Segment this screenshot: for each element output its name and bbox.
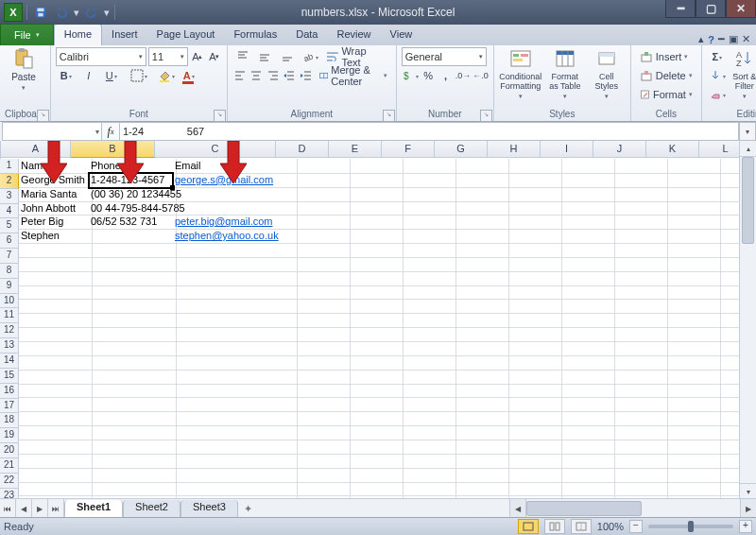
save-icon[interactable] [31,3,50,22]
cell[interactable] [347,355,404,371]
cell[interactable] [506,370,562,385]
cell[interactable] [506,355,562,371]
scroll-left-icon[interactable]: ◀ [510,499,526,518]
font-color-button[interactable]: A [179,66,199,85]
cell[interactable] [400,173,456,188]
cell[interactable]: Stephen [19,229,93,244]
align-middle-icon[interactable] [255,47,276,66]
cell[interactable] [664,285,721,301]
scroll-thumb[interactable] [526,501,642,516]
cell[interactable] [400,285,456,301]
row-header[interactable]: 16 [0,384,19,399]
cell[interactable] [89,229,177,244]
first-sheet-icon[interactable]: ⏮ [0,499,16,518]
cell[interactable] [347,468,404,483]
row-header[interactable]: 5 [0,218,19,233]
cell[interactable] [19,411,93,426]
qat-customize-caret[interactable]: ▾ [103,3,111,22]
cell[interactable]: george.s@gmail.com [173,173,298,188]
column-header[interactable]: H [488,141,541,158]
cell[interactable] [400,370,456,385]
cell[interactable] [294,397,351,412]
cell[interactable] [664,440,721,455]
cell[interactable] [506,159,562,174]
cell[interactable] [558,411,615,426]
row-header[interactable]: 20 [0,443,19,458]
scroll-down-icon[interactable]: ▾ [740,483,756,499]
cell[interactable] [611,425,668,440]
insert-cells-button[interactable]: Insert▾ [636,47,696,66]
cell[interactable] [294,454,351,469]
row-header[interactable]: 6 [0,233,19,249]
cell[interactable] [611,355,668,371]
cell[interactable] [347,187,404,202]
cell[interactable] [347,313,404,328]
cell[interactable] [453,327,509,342]
cell[interactable] [173,384,298,399]
cell[interactable] [664,425,721,440]
name-box[interactable]: ▾ [2,122,102,141]
zoom-in-icon[interactable]: + [739,520,752,533]
cell[interactable] [294,355,351,371]
minimize-button[interactable]: ━ [665,0,696,18]
launcher-icon[interactable]: ↘ [214,110,226,122]
align-right-icon[interactable] [266,66,281,85]
cell[interactable] [506,384,562,399]
borders-button[interactable] [129,66,149,85]
cell[interactable] [664,454,721,469]
cell[interactable] [558,355,615,371]
cell[interactable] [294,327,351,342]
cell[interactable]: Maria Santa [19,187,93,202]
last-sheet-icon[interactable]: ⏭ [48,499,64,518]
row-header[interactable]: 3 [0,189,19,204]
cell[interactable] [506,440,562,455]
cell[interactable] [506,229,562,244]
cell[interactable] [453,397,509,412]
cell[interactable] [347,201,404,216]
cells-area[interactable]: NamePhoneEmailGeorge Smith1-248-123-4567… [19,159,756,535]
cell[interactable] [558,187,615,202]
cell[interactable] [453,243,509,258]
cell[interactable] [664,257,721,272]
format-cells-button[interactable]: Format▾ [636,85,696,104]
cell[interactable] [558,327,615,342]
cell[interactable] [506,243,562,258]
cell[interactable] [506,468,562,483]
cell[interactable] [453,300,509,315]
cell[interactable] [506,201,562,216]
cell[interactable] [294,271,351,286]
paste-button[interactable]: Paste▾ [5,47,43,92]
cell[interactable] [347,257,404,272]
cell[interactable] [453,173,509,188]
cell[interactable] [664,201,721,216]
decrease-decimal-icon[interactable]: ←.0 [472,66,489,85]
cell[interactable] [611,313,668,328]
cell[interactable] [453,482,509,497]
cell[interactable] [400,215,456,230]
cell[interactable] [506,341,562,356]
sheet-tab[interactable]: Sheet2 [123,500,180,518]
cell[interactable] [558,425,615,440]
cell[interactable] [611,229,668,244]
font-size-combo[interactable]: 11▾ [148,47,188,66]
launcher-icon[interactable]: ↘ [37,110,49,122]
sheet-tab[interactable]: Sheet1 [64,500,123,518]
cell[interactable] [173,313,298,328]
cell[interactable] [400,341,456,356]
conditional-formatting-button[interactable]: Conditional Formatting▾ [499,47,542,100]
cell[interactable] [664,159,721,174]
column-headers[interactable]: ABCDEFGHIJKLMN [1,141,756,158]
cell[interactable] [611,187,668,202]
cell[interactable] [173,411,298,426]
cell[interactable] [294,411,351,426]
cell[interactable]: Phone [89,159,177,174]
cell[interactable] [453,370,509,385]
cell[interactable] [19,313,93,328]
cell[interactable] [558,159,615,174]
cell[interactable] [89,425,177,440]
redo-icon[interactable] [82,3,101,22]
file-tab[interactable]: File [0,24,54,45]
cell[interactable] [89,300,177,315]
cell[interactable] [294,482,351,497]
cell[interactable]: George Smith [19,173,93,188]
